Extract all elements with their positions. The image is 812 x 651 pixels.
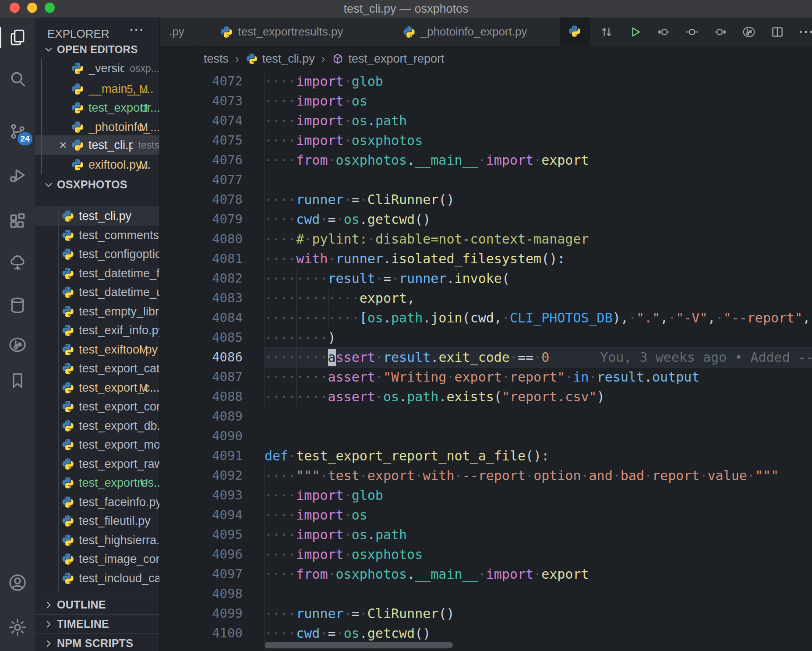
breadcrumb-item[interactable]: test_cli.py — [246, 52, 315, 66]
tree-item[interactable]: test_datetime_form... — [35, 264, 159, 283]
extensions-icon[interactable] — [8, 212, 27, 231]
more-icon[interactable]: ··· — [799, 25, 812, 39]
code-line[interactable]: 4075····import·osxphotos — [160, 131, 812, 150]
code-line[interactable]: 4098 — [160, 584, 812, 604]
section-outline[interactable]: OUTLINE — [35, 595, 159, 614]
open-editor-item[interactable]: test_exportr...U — [35, 98, 159, 117]
open-editor-item[interactable]: _version.pyosxp... — [35, 59, 159, 78]
open-editor-item[interactable]: _photoinfo_...M — [35, 117, 159, 137]
code-line[interactable]: 4079····cwd·=·os.getcwd() — [160, 209, 812, 229]
tree-item[interactable]: test_image_convert... — [35, 549, 159, 569]
token-fn: isolated_filesystem — [391, 251, 541, 266]
sidebar-more-icon[interactable]: ··· — [130, 23, 145, 37]
tree-item[interactable]: test_exportres...U — [35, 473, 159, 492]
tree-item[interactable]: test_export_raw_ca... — [35, 454, 159, 474]
split-editor-icon[interactable] — [770, 25, 784, 39]
tab-.py[interactable]: .py — [160, 18, 194, 46]
minimize-window-icon[interactable] — [27, 3, 37, 13]
code-editor[interactable]: 4072····import·glob4073····import·os4074… — [160, 71, 812, 651]
tree-item[interactable]: test_export_db.py — [35, 416, 159, 435]
code-line[interactable]: 4083············export, — [160, 288, 812, 308]
breadcrumb-item[interactable]: tests — [204, 52, 229, 66]
files-icon[interactable] — [8, 28, 27, 47]
tree-item[interactable]: test_empty_library_... — [35, 302, 159, 321]
open-editor-item[interactable]: exiftool.py...M — [35, 155, 159, 174]
section-timeline[interactable]: TIMELINE — [35, 614, 159, 633]
tab-pinned-active[interactable] — [561, 18, 590, 46]
tree-item[interactable]: test_highsierra.py — [35, 531, 159, 550]
section-project-osxphotos[interactable]: OSXPHOTOS — [35, 175, 159, 194]
test-tree-icon[interactable] — [8, 253, 27, 272]
indent-guide — [265, 111, 265, 131]
tab-_photoinfo_export.py[interactable]: _photoinfo_export.py — [369, 18, 561, 46]
code-line[interactable]: 4085········) — [160, 328, 812, 347]
tree-item[interactable]: test_fileutil.py — [35, 511, 159, 531]
tree-item[interactable]: test_exif_info.py — [35, 321, 159, 340]
tree-item[interactable]: test_cli.py — [35, 206, 159, 226]
code-line[interactable]: 4091def·test_export_report_not_a_file(): — [160, 446, 812, 466]
code-line[interactable]: 4073····import·os — [160, 91, 812, 111]
tab-test_exportresults.py[interactable]: test_exportresults.py — [194, 18, 369, 46]
code-line[interactable]: 4089 — [160, 407, 812, 426]
code-line[interactable]: 4086········assert·result.exit_code·==·0… — [160, 347, 812, 367]
gitlens-icon[interactable] — [8, 335, 27, 354]
tree-item[interactable]: test_export_mojave... — [35, 435, 159, 454]
close-window-icon[interactable] — [10, 3, 20, 13]
open-editor-item[interactable]: ×test_cli.pytests — [35, 135, 159, 155]
breadcrumb[interactable]: tests›test_cli.py›test_export_report — [160, 46, 812, 71]
code-line[interactable]: 4092····"""·test·export·with·--report·op… — [160, 466, 812, 485]
close-icon[interactable]: × — [55, 138, 71, 152]
code-line[interactable]: 4097····from·osxphotos.__main__·import·e… — [160, 564, 812, 584]
tree-item[interactable]: test_export_c...M — [35, 378, 159, 397]
section-npm-scripts[interactable]: NPM SCRIPTS — [35, 633, 159, 651]
tree-item[interactable]: test_faceinfo.py — [35, 492, 159, 512]
zoom-window-icon[interactable] — [45, 3, 55, 13]
code-line[interactable]: 4080····#·pylint:·disable=not-context-ma… — [160, 229, 812, 249]
code-line[interactable]: 4088········assert·os.path.exists("repor… — [160, 387, 812, 407]
breadcrumb-item[interactable]: test_export_report — [332, 52, 444, 66]
tree-item[interactable]: test_export_catalin... — [35, 359, 159, 378]
code-line[interactable]: 4100····cwd·=·os.getcwd() — [160, 623, 812, 643]
tree-item[interactable]: test_exiftool.pyM — [35, 340, 159, 359]
code-line[interactable]: 4082········result·=·runner.invoke( — [160, 269, 812, 288]
database-icon[interactable] — [8, 296, 27, 315]
account-icon[interactable] — [8, 573, 27, 592]
source-control-icon[interactable]: 24 — [8, 122, 27, 141]
gitlens-icon[interactable] — [742, 25, 756, 39]
indent-guide — [296, 367, 297, 387]
code-line[interactable]: 4074····import·os.path — [160, 111, 812, 131]
code-line[interactable]: 4087········assert·"Writing·export·repor… — [160, 367, 812, 387]
horizontal-scrollbar[interactable] — [265, 642, 453, 648]
code-line[interactable]: 4093····import·glob — [160, 485, 812, 505]
indent-guide — [265, 71, 265, 91]
tree-item[interactable]: test_comments.py — [35, 226, 159, 245]
compare-icon[interactable] — [600, 25, 614, 39]
open-editor-item[interactable]: __main__....5, M — [35, 79, 159, 99]
settings-gear-icon[interactable] — [8, 618, 27, 637]
code-line[interactable]: 4099····runner·=·CliRunner() — [160, 604, 812, 623]
circle-arrow-left-icon[interactable] — [657, 25, 671, 39]
code-line[interactable]: 4096····import·osxphotos — [160, 545, 812, 564]
bookmark-icon[interactable] — [8, 371, 27, 390]
section-open-editors[interactable]: OPEN EDITORS — [35, 40, 159, 59]
code-line[interactable]: 4090 — [160, 426, 812, 446]
tree-item[interactable]: test_export_conver... — [35, 397, 159, 416]
code-line[interactable]: 4076····from·osxphotos.__main__·import·e… — [160, 150, 812, 170]
code-line[interactable]: 4077 — [160, 170, 812, 190]
tree-item[interactable]: test_incloud_catali... — [35, 569, 159, 588]
tree-item[interactable]: test_configoptions.... — [35, 244, 159, 264]
python-file-icon — [61, 419, 74, 432]
code-line[interactable]: 4078····runner·=·CliRunner() — [160, 190, 812, 209]
code-line[interactable]: 4094····import·os — [160, 505, 812, 525]
run-debug-icon[interactable] — [8, 166, 27, 185]
code-line[interactable]: 4084············[os.path.join(cwd,·CLI_P… — [160, 308, 812, 328]
run-icon[interactable] — [628, 25, 642, 39]
code-line[interactable]: 4081····with·runner.isolated_filesystem(… — [160, 249, 812, 269]
code-line[interactable]: 4095····import·os.path — [160, 525, 812, 545]
tree-item[interactable]: test_datetime_utils.... — [35, 283, 159, 302]
circle-dash-icon[interactable] — [685, 25, 699, 39]
circle-arrow-right-icon[interactable] — [713, 25, 727, 39]
search-icon[interactable] — [8, 69, 27, 88]
token-ws: · — [360, 192, 367, 207]
code-line[interactable]: 4072····import·glob — [160, 71, 812, 91]
